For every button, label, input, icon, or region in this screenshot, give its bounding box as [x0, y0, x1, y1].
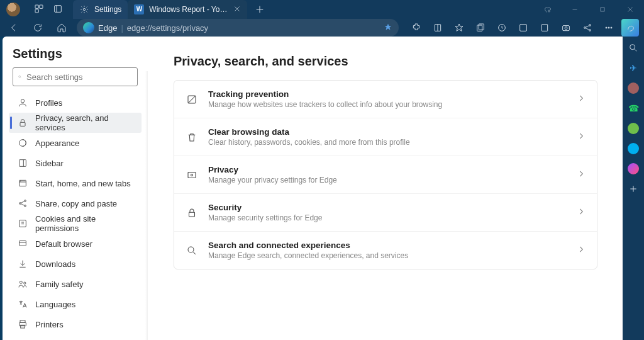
search-icon — [186, 245, 198, 256]
reading-list-icon[interactable] — [536, 19, 553, 37]
svg-line-45 — [21, 201, 24, 203]
toolbar: Edge | edge://settings/privacy — [0, 19, 644, 37]
nav-privacy[interactable]: Privacy, search, and services — [9, 113, 142, 133]
sidebar-skype-icon[interactable] — [627, 142, 640, 155]
svg-line-66 — [188, 96, 196, 103]
svg-point-68 — [191, 174, 193, 176]
maximize-button[interactable] — [589, 0, 616, 19]
favorites-icon[interactable] — [450, 19, 468, 37]
read-aloud-icon[interactable] — [429, 19, 447, 37]
tab-settings[interactable]: Settings — [73, 0, 128, 19]
nav-start[interactable]: Start, home, and new tabs — [9, 173, 142, 193]
app-icon[interactable] — [514, 19, 532, 37]
share-icon[interactable] — [579, 19, 596, 37]
svg-rect-1 — [40, 5, 43, 8]
browser-sidebar: ✈ ☎ — [623, 37, 644, 340]
new-tab-button[interactable] — [251, 1, 269, 18]
sidebar-app-icon[interactable] — [627, 82, 640, 94]
svg-line-27 — [586, 26, 589, 28]
history-icon[interactable] — [493, 19, 511, 37]
row-clear-browsing-data[interactable]: Clear browsing dataClear history, passwo… — [174, 118, 597, 156]
screenshot-icon[interactable] — [557, 19, 575, 37]
refresh-button[interactable] — [29, 19, 47, 37]
sidebar-search-icon[interactable] — [627, 42, 640, 54]
close-button[interactable] — [616, 0, 644, 19]
nav-downloads[interactable]: Downloads — [9, 254, 142, 274]
settings-main: Privacy, search, and services Tracking p… — [148, 37, 623, 340]
nav-family[interactable]: Family safety — [9, 274, 142, 294]
svg-point-32 — [19, 76, 20, 77]
nav-sidebar[interactable]: Sidebar — [9, 153, 142, 173]
svg-point-10 — [548, 10, 550, 12]
svg-point-30 — [608, 27, 609, 28]
tab-actions-icon[interactable] — [53, 4, 63, 16]
nav-cookies[interactable]: Cookies and site permissions — [9, 213, 142, 234]
trash-icon — [186, 132, 198, 143]
svg-rect-12 — [601, 8, 604, 11]
minimize-button[interactable] — [561, 0, 589, 19]
sidebar-telegram-icon[interactable]: ✈ — [627, 62, 640, 74]
tab-label: Settings — [94, 5, 121, 14]
nav-profiles[interactable]: Profiles — [9, 93, 142, 113]
svg-point-54 — [19, 281, 22, 283]
gear-icon — [79, 4, 89, 14]
svg-line-28 — [586, 28, 589, 30]
svg-rect-56 — [20, 320, 25, 322]
svg-rect-69 — [189, 212, 195, 217]
svg-point-72 — [630, 45, 635, 50]
svg-point-42 — [19, 203, 21, 205]
site-favicon: W — [134, 4, 144, 14]
sidebar-messenger-icon[interactable] — [627, 162, 640, 175]
svg-point-44 — [25, 205, 26, 207]
svg-point-43 — [25, 200, 26, 202]
svg-point-26 — [589, 30, 591, 31]
search-icon — [18, 72, 21, 81]
page-heading: Privacy, search, and services — [174, 54, 597, 69]
search-settings-field[interactable] — [13, 67, 138, 86]
back-button[interactable] — [5, 19, 23, 37]
tab-windowsreport[interactable]: W Windows Report - Your go-to sou... — [128, 0, 247, 19]
close-tab-icon[interactable] — [233, 5, 241, 14]
svg-point-70 — [188, 247, 194, 252]
address-url: edge://settings/privacy — [127, 23, 208, 33]
search-input[interactable] — [26, 72, 132, 82]
nav-appearance[interactable]: Appearance — [9, 133, 142, 153]
svg-rect-22 — [563, 26, 570, 31]
svg-rect-20 — [520, 25, 527, 31]
tab-label: Windows Report - Your go-to sou... — [149, 5, 228, 14]
copilot-icon[interactable] — [621, 19, 639, 37]
svg-line-71 — [193, 252, 196, 254]
nav-share[interactable]: Share, copy and paste — [9, 193, 142, 213]
nav-system[interactable]: System and performance — [9, 334, 142, 340]
address-bar[interactable]: Edge | edge://settings/privacy — [77, 19, 399, 37]
nav-printers[interactable]: Printers — [9, 314, 142, 334]
home-button[interactable] — [53, 19, 70, 37]
row-search-services[interactable]: Search and connected experiencesManage E… — [174, 231, 597, 269]
more-icon[interactable] — [600, 19, 618, 37]
favorite-star-icon[interactable] — [384, 23, 392, 33]
sidebar-app-icon[interactable] — [627, 122, 640, 135]
extensions-icon[interactable] — [408, 19, 425, 37]
chevron-right-icon — [577, 169, 586, 181]
settings-card: Tracking preventionManage how websites u… — [174, 80, 597, 269]
svg-point-23 — [565, 27, 567, 30]
sidebar-whatsapp-icon[interactable]: ☎ — [627, 102, 640, 115]
svg-line-33 — [20, 77, 21, 78]
svg-rect-21 — [541, 25, 547, 31]
row-tracking-prevention[interactable]: Tracking preventionManage how websites u… — [174, 81, 597, 118]
chevron-right-icon — [577, 94, 586, 105]
lock-icon — [186, 207, 198, 218]
row-security[interactable]: SecurityManage security settings for Edg… — [174, 193, 597, 231]
shopping-icon[interactable] — [533, 0, 561, 19]
chevron-right-icon — [577, 245, 586, 256]
chevron-right-icon — [577, 132, 586, 143]
profile-avatar[interactable] — [6, 3, 20, 16]
collections-icon[interactable] — [472, 19, 489, 37]
privacy-icon — [186, 169, 198, 181]
row-privacy[interactable]: PrivacyManage your privacy settings for … — [174, 156, 597, 193]
workspaces-icon[interactable] — [34, 4, 44, 16]
sidebar-add-icon[interactable] — [627, 183, 640, 195]
svg-rect-18 — [479, 24, 484, 30]
nav-languages[interactable]: Languages — [9, 294, 142, 314]
nav-default-browser[interactable]: Default browser — [9, 234, 142, 254]
